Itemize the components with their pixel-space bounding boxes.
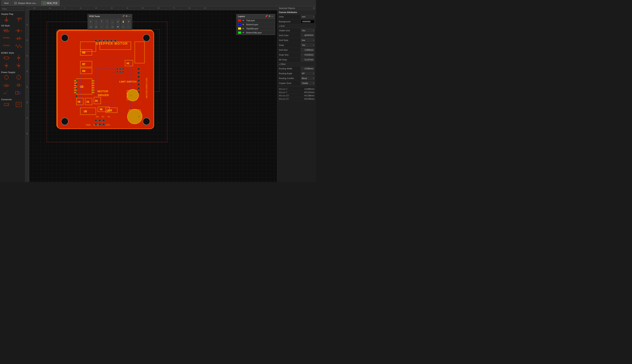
tool-arc-ccw[interactable]: ◡ <box>110 19 115 24</box>
pcb-tools-settings[interactable]: ⚙ <box>126 15 128 18</box>
symbol-inductor-us[interactable] <box>1 35 12 42</box>
layer-top-color <box>238 19 241 22</box>
grid-color-value[interactable]: #FFFFFF <box>301 34 314 37</box>
pcb-tools-pin[interactable]: 📌 <box>122 15 125 18</box>
visible-grid-select[interactable]: Yes No <box>301 29 314 32</box>
tool-multi[interactable]: ⊞ <box>115 24 120 29</box>
tab-schematic[interactable]: Stepper Motor con... <box>12 0 40 6</box>
tool-arc-cw[interactable]: ◠ <box>105 19 109 24</box>
snap-select[interactable]: Yes No <box>301 43 314 47</box>
section-connector: Connector <box>1 98 24 101</box>
symbol-power3[interactable] <box>1 82 12 88</box>
tool-rect3[interactable]: □ <box>121 24 126 29</box>
symbol-connector2[interactable] <box>13 89 25 96</box>
visible-grid-wrapper: Yes No <box>301 29 314 32</box>
units-select-wrapper: mm mil inch <box>301 15 314 18</box>
symbol-resistor-eu[interactable] <box>1 54 12 62</box>
symbol-power4[interactable]: 1 2 <box>13 82 25 88</box>
symbol-connector1[interactable]: —1 2 <box>1 89 12 96</box>
symbol-vcc[interactable]: VCC <box>13 16 25 22</box>
canvas-area[interactable]: -20 -10 0 10 20 30 40 50 60 70 80 90 <box>25 6 277 182</box>
svg-text:GND: GND <box>86 124 91 126</box>
units-select[interactable]: mm mil inch <box>301 15 314 18</box>
tool-route[interactable]: ⊢ <box>89 19 93 24</box>
copper-zone-select[interactable]: Visible Hidden <box>301 82 314 85</box>
svg-text:—1: —1 <box>6 104 9 106</box>
layer-bottomsilk-eye[interactable]: 👁 <box>242 32 245 34</box>
routing-width-row: Routing Width 0.500mm <box>277 66 316 71</box>
layer-bottom-eye[interactable]: 👁 <box>242 24 245 26</box>
symbol-zener[interactable] <box>13 35 25 42</box>
routing-angle-wrapper: 45° 90° Any <box>301 72 314 75</box>
pcb-tools-panel: PCB Tools 📌 ⚙ — ⊢ ○ T ◠ ◡ ⊙ ✋ ✕ ▭ <box>88 14 132 30</box>
layer-bottomsilk-name: BottomSilkLayer <box>246 32 262 34</box>
layers-pin[interactable]: 📌 <box>265 15 268 18</box>
tool-select[interactable]: ⬚ <box>105 24 109 29</box>
tool-text[interactable]: T <box>99 19 104 24</box>
svg-text:R6: R6 <box>82 51 85 54</box>
tool-circle[interactable]: ○ <box>94 19 99 24</box>
snap-row: Snap Yes No <box>277 43 316 48</box>
symbol-conn1[interactable]: —1 <box>1 101 12 108</box>
mouse-y-value: -69.910mm <box>304 91 314 94</box>
symbol-cap-eu[interactable] <box>13 54 25 62</box>
section-supply-flag: Supply Flag <box>1 12 24 16</box>
layers-settings[interactable]: ⚙ <box>269 15 271 18</box>
svg-point-154 <box>122 71 124 73</box>
tool-dash[interactable]: ╌ <box>99 24 104 29</box>
svg-text:VCC: VCC <box>106 124 110 126</box>
routing-angle-select[interactable]: 45° 90° Any <box>301 72 314 75</box>
layer-topsilk[interactable]: 👁 TopSilkLayer <box>237 26 275 31</box>
symbol-polarized-cap[interactable] <box>13 62 25 69</box>
symbol-plus-cap[interactable]: + <box>1 62 12 69</box>
routing-angle-row: Routing Angle 45° 90° Any <box>277 71 316 76</box>
svg-point-137 <box>99 40 101 42</box>
filter-input[interactable] <box>1 7 24 11</box>
tool-pad[interactable]: ⊙ <box>115 19 120 24</box>
layer-top-eye[interactable]: 👁 <box>242 20 245 21</box>
mouse-dx-label: Mouse-DX <box>279 94 304 97</box>
tool-rect2[interactable]: ▢ <box>110 24 115 29</box>
supply-flag-grid: VCC <box>1 16 24 22</box>
pcb-tools-title: PCB Tools <box>89 15 100 18</box>
symbol-capacitor-us[interactable] <box>13 27 25 34</box>
alt-snap-label: Alt Snap <box>279 58 300 61</box>
background-value[interactable]: #000000 <box>301 20 314 23</box>
tab-start[interactable]: Start <box>2 0 11 6</box>
symbol-coil[interactable] <box>1 43 12 50</box>
svg-point-145 <box>137 79 140 82</box>
grid-canvas[interactable]: R6 R7 R4 U2 C6 <box>29 10 277 182</box>
layer-bottom[interactable]: 👁 BottomLayer <box>237 22 275 26</box>
symbol-conn2[interactable]: 1/2 <box>13 101 25 108</box>
svg-text:C6: C6 <box>78 100 80 103</box>
svg-point-160 <box>95 119 97 122</box>
tab-pcb[interactable]: NEW_PCB <box>41 0 60 6</box>
layer-bottomsilk[interactable]: 👁 BottomSilkLayer <box>237 31 275 35</box>
tool-x[interactable]: ✕ <box>126 19 131 24</box>
mouse-dx-value: -44.298mm <box>304 94 314 97</box>
layers-minimize[interactable]: — <box>271 15 273 18</box>
tool-rect[interactable]: ▭ <box>89 24 93 29</box>
left-sidebar: Supply Flag VCC US Style <box>0 6 25 182</box>
grid-style-row: Grid Style line dot <box>277 38 316 43</box>
routing-conflict-select[interactable]: Block Ignore Highlight <box>301 76 314 80</box>
svg-rect-173 <box>92 82 94 84</box>
tool-angle[interactable]: ∠ <box>94 24 99 29</box>
symbol-power2[interactable]: ~ <box>13 74 25 81</box>
layer-top[interactable]: 👁 TopLayer <box>237 18 275 22</box>
grid-style-select[interactable]: line dot <box>301 38 314 42</box>
symbol-resistor-us[interactable] <box>1 27 12 34</box>
layer-topsilk-name: TopSilkLayer <box>246 28 259 30</box>
selected-objects-count: 0 <box>313 7 314 9</box>
tool-hand[interactable]: ✋ <box>121 19 126 24</box>
layer-topsilk-eye[interactable]: 👁 <box>242 28 245 30</box>
routing-conflict-row: Routing Conflict Block Ignore Highlight <box>277 76 316 81</box>
tool-more[interactable]: ⋯ <box>126 24 131 29</box>
symbol-zigzag[interactable] <box>13 43 25 50</box>
symbol-ground[interactable] <box>1 16 12 22</box>
symbol-power1[interactable] <box>1 74 12 81</box>
mouse-dy-value: -40.640mm <box>304 98 314 100</box>
pcb-icon <box>43 2 46 4</box>
pcb-tools-minimize[interactable]: — <box>128 15 130 18</box>
svg-point-151 <box>122 68 124 70</box>
